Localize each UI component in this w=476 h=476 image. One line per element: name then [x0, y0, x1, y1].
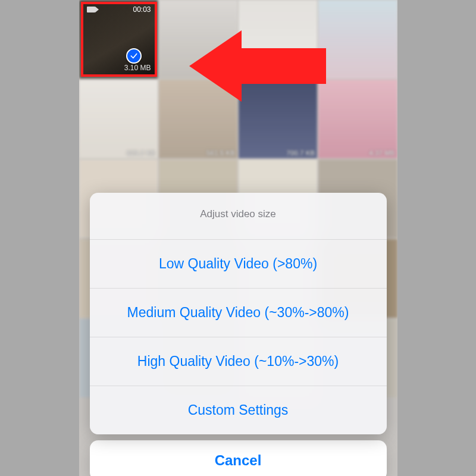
option-medium-quality[interactable]: Medium Quality Video (~30%->80%) [90, 289, 387, 337]
selected-video-thumb[interactable]: 00:03 3.10 MB [81, 2, 157, 77]
video-icon [87, 7, 95, 12]
option-low-quality[interactable]: Low Quality Video (>80%) [90, 240, 387, 289]
option-custom-settings[interactable]: Custom Settings [90, 386, 387, 434]
sheet-title: Adjust video size [90, 193, 387, 240]
annotation-arrow-icon [189, 20, 326, 121]
screenshot-area: 625.2 KB 561.5 KB 700.7 KB 4.37 MB 00:03… [79, 0, 397, 476]
video-filesize: 3.10 MB [124, 64, 151, 72]
cancel-button[interactable]: Cancel [90, 440, 387, 476]
svg-marker-0 [189, 30, 326, 102]
video-duration: 00:03 [133, 5, 151, 14]
option-high-quality[interactable]: High Quality Video (~10%->30%) [90, 337, 387, 386]
selected-check-icon [126, 48, 142, 64]
action-sheet-panel: Adjust video size Low Quality Video (>80… [90, 193, 387, 434]
action-sheet: Adjust video size Low Quality Video (>80… [90, 193, 387, 476]
